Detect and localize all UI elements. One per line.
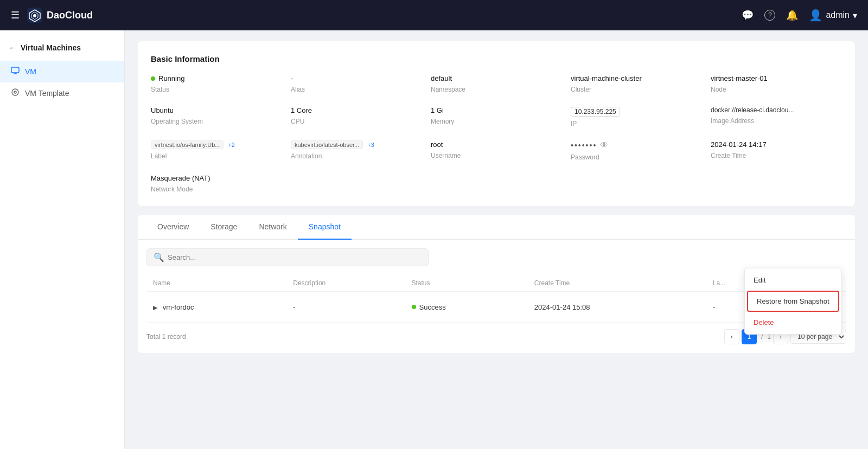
basic-info-grid: Running Status - Alias default Namespace…: [151, 74, 842, 193]
image-value: docker://release-ci.daoclou...: [711, 106, 842, 114]
network-mode-label: Network Mode: [151, 185, 282, 193]
username-field: root Username: [431, 140, 562, 161]
vm-template-icon: [11, 88, 20, 99]
cluster-label: Cluster: [571, 86, 702, 93]
svg-point-7: [12, 89, 18, 95]
image-label: Image Address: [711, 117, 842, 125]
status-value: Running: [151, 74, 282, 82]
context-menu: Edit Restore from Snapshot Delete: [744, 268, 842, 335]
ip-label: IP: [571, 120, 702, 127]
node-field: virtnest-master-01 Node: [711, 74, 842, 93]
row-status-text: Success: [419, 303, 446, 311]
os-label: Operating System: [151, 118, 282, 125]
header-right: 💬 ? 🔔 👤 admin ▾: [742, 9, 857, 22]
label-plus[interactable]: +2: [228, 142, 235, 148]
ip-badge: 10.233.95.225: [571, 107, 620, 117]
search-bar: 🔍: [146, 248, 429, 266]
app-header: ☰ DaoCloud 💬 ? 🔔 👤 admin ▾: [0, 0, 868, 30]
context-restore[interactable]: Restore from Snapshot: [747, 291, 839, 312]
password-label: Password: [571, 153, 702, 161]
basic-info-card: Basic Information Running Status - Alias…: [138, 41, 855, 206]
password-field: ••••••• 👁 Password: [571, 140, 702, 161]
alias-label: Alias: [291, 86, 422, 93]
snapshot-table: Name Description Status Create Time La..…: [146, 275, 846, 323]
row-name: vm-fordoc: [163, 303, 194, 311]
sidebar-item-vm-template-label: VM Template: [25, 89, 69, 98]
tab-network[interactable]: Network: [248, 215, 297, 240]
tab-overview[interactable]: Overview: [146, 215, 200, 240]
row-create-time: 2024-01-24 15:08: [528, 292, 706, 323]
alias-value: -: [291, 74, 422, 82]
header-left: ☰ DaoCloud: [11, 8, 93, 23]
label-tag: virtnest.io/os-family:Ub...: [151, 140, 224, 149]
eye-icon[interactable]: 👁: [600, 140, 609, 150]
memory-value: 1 Gi: [431, 106, 562, 114]
admin-area[interactable]: 👤 admin ▾: [809, 9, 857, 22]
sidebar-title: Virtual Machines: [21, 43, 81, 52]
tab-storage[interactable]: Storage: [200, 215, 248, 240]
os-field: Ubuntu Operating System: [151, 106, 282, 127]
tabs-section: Overview Storage Network Snapshot 🔍 Name: [138, 215, 855, 353]
password-area: ••••••• 👁: [571, 140, 702, 150]
expand-icon[interactable]: ▶: [153, 304, 157, 311]
ip-value: 10.233.95.225: [571, 106, 702, 117]
namespace-label: Namespace: [431, 86, 562, 93]
vm-icon: [11, 66, 20, 77]
sidebar-item-vm-label: VM: [25, 67, 36, 76]
annotation-value-area: kubevirt.io/latest-obser... +3: [291, 140, 422, 149]
tabs-bar: Overview Storage Network Snapshot: [138, 215, 855, 240]
os-value: Ubuntu: [151, 106, 282, 114]
status-dot: [151, 76, 155, 81]
cpu-value: 1 Core: [291, 106, 422, 114]
node-label: Node: [711, 86, 842, 93]
annotation-plus[interactable]: +3: [367, 142, 374, 148]
annotation-tag: kubevirt.io/latest-obser...: [291, 140, 363, 149]
context-edit[interactable]: Edit: [745, 271, 841, 290]
admin-label: admin: [826, 10, 850, 20]
username-value: root: [431, 140, 562, 149]
table-row: ▶ vm-fordoc - Success 2024-01-24 15:08: [146, 292, 846, 323]
user-avatar-icon: 👤: [809, 9, 822, 22]
hamburger-menu[interactable]: ☰: [11, 9, 20, 21]
col-description: Description: [286, 275, 405, 292]
bell-icon[interactable]: 🔔: [786, 9, 798, 21]
search-input[interactable]: [168, 253, 422, 261]
pagination-bar: Total 1 record ‹ 1 / 1 › 10 per page20 p…: [146, 323, 846, 344]
logo-icon: [27, 8, 42, 23]
prev-page-button[interactable]: ‹: [724, 329, 739, 344]
snapshot-content: 🔍 Name Description Status Create Time La…: [138, 240, 855, 353]
ip-field: 10.233.95.225 IP: [571, 106, 702, 127]
chevron-down-icon: ▾: [853, 10, 857, 21]
label-value-area: virtnest.io/os-family:Ub... +2: [151, 140, 282, 149]
row-name-cell: ▶ vm-fordoc: [146, 292, 286, 323]
status-label: Status: [151, 86, 282, 93]
status-field: Running Status: [151, 74, 282, 93]
back-button[interactable]: ← Virtual Machines: [0, 39, 124, 61]
create-time-label: Create Time: [711, 152, 842, 159]
password-dots: •••••••: [571, 141, 597, 150]
logo-area: DaoCloud: [27, 8, 93, 23]
annotation-label: Annotation: [291, 152, 422, 160]
search-icon: 🔍: [154, 252, 164, 262]
col-create-time: Create Time: [528, 275, 706, 292]
row-description: -: [286, 292, 405, 323]
sidebar-item-vm[interactable]: VM: [0, 61, 124, 82]
annotation-field: kubevirt.io/latest-obser... +3 Annotatio…: [291, 140, 422, 161]
create-time-field: 2024-01-24 14:17 Create Time: [711, 140, 842, 161]
svg-rect-4: [11, 67, 19, 73]
context-delete[interactable]: Delete: [745, 313, 841, 332]
help-icon[interactable]: ?: [764, 10, 775, 21]
username-label: Username: [431, 152, 562, 159]
sidebar: ← Virtual Machines VM VM Template: [0, 30, 125, 449]
chat-icon[interactable]: 💬: [742, 9, 754, 21]
basic-info-title: Basic Information: [151, 54, 842, 63]
sidebar-item-vm-template[interactable]: VM Template: [0, 82, 124, 104]
cpu-label: CPU: [291, 118, 422, 125]
cluster-field: virtual-machine-cluster Cluster: [571, 74, 702, 93]
tab-snapshot[interactable]: Snapshot: [298, 215, 352, 240]
col-status: Status: [405, 275, 528, 292]
cluster-value: virtual-machine-cluster: [571, 74, 702, 82]
memory-field: 1 Gi Memory: [431, 106, 562, 127]
back-arrow-icon: ←: [9, 43, 16, 52]
total-records: Total 1 record: [146, 333, 186, 341]
